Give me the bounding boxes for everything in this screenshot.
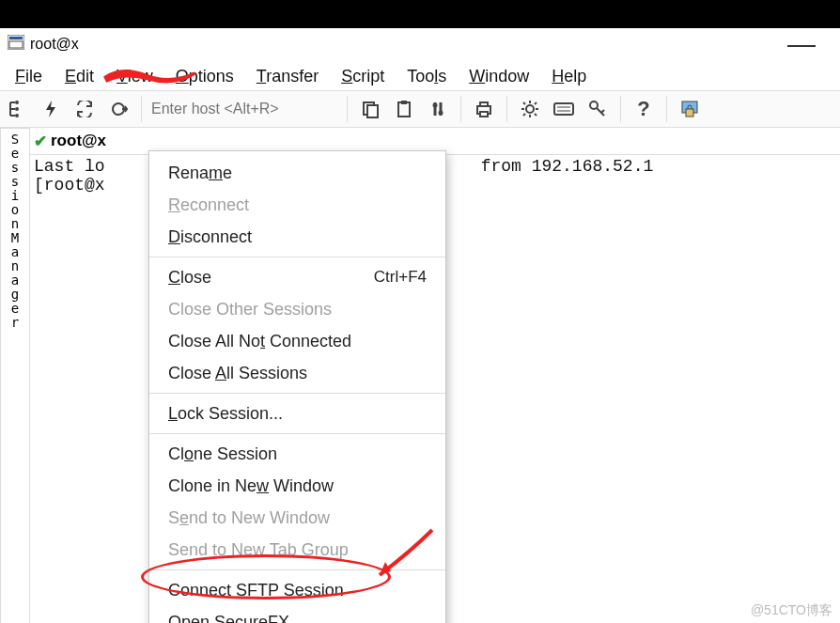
menu-close-other[interactable]: Close Other Sessions <box>149 293 445 325</box>
char: r <box>11 316 19 330</box>
svg-point-4 <box>15 107 19 111</box>
window-top-border <box>0 0 840 28</box>
menu-window[interactable]: Window <box>469 67 529 86</box>
redaction-scribble <box>103 68 197 86</box>
help-icon[interactable]: ? <box>630 96 657 122</box>
lock-icon[interactable] <box>677 96 703 122</box>
toolbar-separator <box>620 96 621 122</box>
tab-label: root@x <box>51 132 106 150</box>
svg-point-27 <box>590 101 598 109</box>
toolbar-separator <box>347 96 348 122</box>
gear-icon[interactable] <box>517 96 543 122</box>
svg-rect-9 <box>401 101 407 104</box>
menu-close[interactable]: CloseCtrl+F4 <box>149 261 445 293</box>
char: s <box>11 161 19 175</box>
tree-icon[interactable] <box>4 96 30 122</box>
menu-close-all[interactable]: Close All Sessions <box>149 357 445 389</box>
svg-rect-14 <box>480 112 488 117</box>
toolbar-separator <box>666 96 667 122</box>
session-manager-sidebar[interactable]: S e s s i o n M a n a g e r <box>0 128 30 623</box>
char: o <box>11 203 19 217</box>
keyboard-icon[interactable] <box>551 96 577 122</box>
svg-rect-24 <box>554 103 573 115</box>
find-icon[interactable] <box>425 96 451 122</box>
print-icon[interactable] <box>471 96 497 122</box>
svg-line-20 <box>523 102 525 104</box>
menu-tools[interactable]: Tools <box>407 67 446 86</box>
menu-sftp[interactable]: Connect SFTP Session <box>149 574 445 606</box>
menu-sep <box>149 257 445 257</box>
svg-line-22 <box>535 102 537 104</box>
char: e <box>11 147 19 161</box>
char: S <box>11 132 19 147</box>
menu-send-tabgroup[interactable]: Send to New Tab Group <box>149 534 445 566</box>
title-bar: root@x — <box>0 28 840 60</box>
menu-clone[interactable]: Clone Session <box>149 438 445 470</box>
copy-icon[interactable] <box>357 96 383 122</box>
menu-send-window[interactable]: Send to New Window <box>149 502 445 534</box>
menu-help[interactable]: Help <box>552 67 586 86</box>
svg-rect-7 <box>367 105 378 117</box>
reconnect-icon[interactable] <box>71 96 98 122</box>
connected-check-icon: ✔ <box>34 132 47 151</box>
svg-rect-2 <box>9 41 23 48</box>
svg-rect-29 <box>686 109 693 117</box>
svg-point-11 <box>439 111 443 116</box>
menu-lock[interactable]: Lock Session... <box>149 397 445 429</box>
menu-transfer[interactable]: Transfer <box>257 67 319 86</box>
menu-sep <box>149 433 445 434</box>
menu-edit[interactable]: Edit <box>65 67 94 86</box>
menu-close-not-connected[interactable]: Close All Not Connected <box>149 325 445 357</box>
svg-point-15 <box>526 105 534 113</box>
char: n <box>11 217 19 231</box>
svg-line-21 <box>535 114 537 116</box>
char: a <box>11 273 19 288</box>
minimize-button[interactable]: — <box>787 30 832 58</box>
toolbar-separator <box>460 96 461 122</box>
toolbar-separator <box>141 96 142 122</box>
char: s <box>11 175 19 189</box>
toolbar-separator <box>506 96 507 122</box>
menu-clone-window[interactable]: Clone in New Window <box>149 470 445 502</box>
char: i <box>11 189 19 203</box>
char: n <box>11 259 19 273</box>
watermark-text: @51CTO博客 <box>751 602 832 619</box>
toolbar: ? <box>0 90 840 128</box>
char: a <box>11 245 19 259</box>
menu-script[interactable]: Script <box>341 67 384 86</box>
char: M <box>11 231 19 245</box>
svg-point-3 <box>15 101 19 104</box>
app-icon <box>8 35 24 55</box>
menu-file[interactable]: File <box>15 67 42 86</box>
disconnect-icon[interactable] <box>105 96 132 122</box>
menu-sep <box>149 393 445 394</box>
svg-point-10 <box>433 103 438 108</box>
svg-line-23 <box>523 114 525 116</box>
svg-rect-8 <box>398 102 410 117</box>
char: e <box>11 302 19 316</box>
svg-point-5 <box>15 114 19 117</box>
menu-securefx[interactable]: Open SecureFX <box>149 606 445 623</box>
svg-rect-13 <box>480 102 488 106</box>
session-tab[interactable]: ✔ root@x <box>34 132 106 151</box>
menu-sep <box>149 569 445 570</box>
window-title: root@x <box>30 36 79 53</box>
char: g <box>11 288 19 302</box>
paste-icon[interactable] <box>391 96 417 122</box>
tab-context-menu: Rename Reconnect Disconnect CloseCtrl+F4… <box>148 150 446 623</box>
menu-disconnect[interactable]: Disconnect <box>149 221 445 253</box>
menu-reconnect[interactable]: Reconnect <box>149 189 445 221</box>
host-input[interactable] <box>148 96 341 122</box>
key-icon[interactable] <box>584 96 611 122</box>
svg-rect-1 <box>9 37 23 39</box>
bolt-icon[interactable] <box>38 96 64 122</box>
menu-rename[interactable]: Rename <box>149 157 445 189</box>
